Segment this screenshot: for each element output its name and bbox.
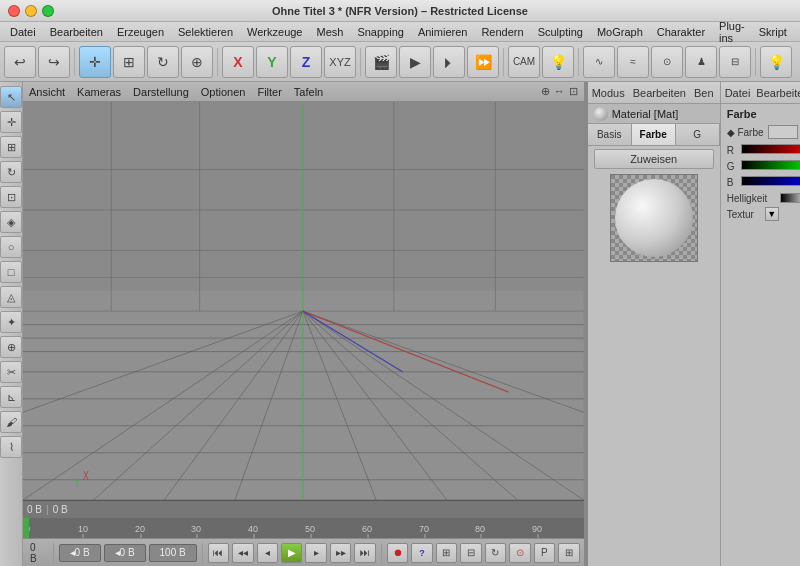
- toolbar-btn-xyz[interactable]: XYZ: [324, 46, 356, 78]
- frame-start-input[interactable]: [59, 544, 101, 562]
- helligkeit-slider[interactable]: [780, 193, 800, 203]
- play-info[interactable]: ?: [411, 543, 432, 563]
- toolbar-btn-y[interactable]: Y: [256, 46, 288, 78]
- toolbar-btn-light[interactable]: 💡: [542, 46, 574, 78]
- menu-mograph[interactable]: MoGraph: [591, 25, 649, 39]
- mat-tab-g[interactable]: G: [676, 124, 720, 145]
- left-btn-7[interactable]: ○: [0, 236, 22, 258]
- vp-menu-kameras[interactable]: Kameras: [77, 86, 121, 98]
- left-btn-scale[interactable]: ⊞: [0, 136, 22, 158]
- left-btn-rotate[interactable]: ↻: [0, 161, 22, 183]
- left-btn-9[interactable]: ◬: [0, 286, 22, 308]
- vp-icon-1[interactable]: ⊕: [541, 85, 550, 98]
- play-snap6[interactable]: ⊞: [558, 543, 579, 563]
- menu-skript[interactable]: Skript: [753, 25, 793, 39]
- vp-menu-optionen[interactable]: Optionen: [201, 86, 246, 98]
- rp-tab-ben[interactable]: Ben: [694, 87, 714, 99]
- mat-tab-basis[interactable]: Basis: [588, 124, 632, 145]
- menu-selektieren[interactable]: Selektieren: [172, 25, 239, 39]
- vp-menu-filter[interactable]: Filter: [257, 86, 281, 98]
- textur-btn[interactable]: ▼: [765, 207, 779, 221]
- vp-menu-darstellung[interactable]: Darstellung: [133, 86, 189, 98]
- play-snap3[interactable]: ↻: [485, 543, 506, 563]
- play-goto-start[interactable]: ⏮: [208, 543, 229, 563]
- toolbar-btn-bulb[interactable]: 💡: [760, 46, 792, 78]
- toolbar-btn-render[interactable]: ▶: [399, 46, 431, 78]
- vp-menu-ansicht[interactable]: Ansicht: [29, 86, 65, 98]
- menu-sculpting[interactable]: Sculpting: [532, 25, 589, 39]
- toolbar-btn-floor[interactable]: ⊟: [719, 46, 751, 78]
- toolbar-btn-redo[interactable]: ↪: [38, 46, 70, 78]
- left-btn-move[interactable]: ✛: [0, 111, 22, 133]
- play-snap2[interactable]: ⊟: [460, 543, 481, 563]
- attr-datei[interactable]: Datei: [725, 87, 751, 99]
- g-slider[interactable]: [741, 160, 800, 172]
- vp-menu-tafeln[interactable]: Tafeln: [294, 86, 323, 98]
- toolbar-btn-render2[interactable]: ⏵: [433, 46, 465, 78]
- left-btn-5[interactable]: ⊡: [0, 186, 22, 208]
- frame-min-input[interactable]: [104, 544, 146, 562]
- toolbar-btn-render-region[interactable]: 🎬: [365, 46, 397, 78]
- play-snap5[interactable]: P: [534, 543, 555, 563]
- play-record[interactable]: ⏺: [387, 543, 408, 563]
- left-btn-11[interactable]: ⊕: [0, 336, 22, 358]
- play-next-frame[interactable]: ▸: [305, 543, 326, 563]
- menu-erzeugen[interactable]: Erzeugen: [111, 25, 170, 39]
- close-button[interactable]: [8, 5, 20, 17]
- rp-tab-bearbeiten[interactable]: Bearbeiten: [633, 87, 686, 99]
- minimize-button[interactable]: [25, 5, 37, 17]
- left-toolbar: ↖ ✛ ⊞ ↻ ⊡ ◈ ○ □ ◬ ✦ ⊕ ✂ ⊾ 🖌 ⌇: [0, 82, 23, 566]
- toolbar-btn-undo[interactable]: ↩: [4, 46, 36, 78]
- toolbar-btn-spline[interactable]: ∿: [583, 46, 615, 78]
- toolbar-btn-deform[interactable]: ≈: [617, 46, 649, 78]
- vp-icon-2[interactable]: ↔: [554, 85, 565, 98]
- frame-max-input[interactable]: [149, 544, 197, 562]
- menu-rendern[interactable]: Rendern: [475, 25, 529, 39]
- toolbar-btn-transform[interactable]: ⊕: [181, 46, 213, 78]
- toolbar-btn-scale[interactable]: ⊞: [113, 46, 145, 78]
- toolbar-btn-z[interactable]: Z: [290, 46, 322, 78]
- play-goto-end[interactable]: ⏭: [354, 543, 375, 563]
- toolbar-btn-scene[interactable]: ⊙: [651, 46, 683, 78]
- toolbar-btn-char[interactable]: ♟: [685, 46, 717, 78]
- left-btn-select[interactable]: ↖: [0, 86, 22, 108]
- r-slider[interactable]: [741, 144, 800, 156]
- mat-tab-farbe[interactable]: Farbe: [632, 124, 676, 145]
- menu-charakter[interactable]: Charakter: [651, 25, 711, 39]
- maximize-button[interactable]: [42, 5, 54, 17]
- menu-datei[interactable]: Datei: [4, 25, 42, 39]
- viewport[interactable]: Zentralperspektive: [23, 102, 584, 500]
- timeline-ruler: 0 10 20 30 40 50 60 70 80 90 1: [23, 518, 584, 538]
- toolbar-btn-render3[interactable]: ⏩: [467, 46, 499, 78]
- play-button[interactable]: ▶: [281, 543, 302, 563]
- menu-plugins[interactable]: Plug-ins: [713, 19, 751, 45]
- menu-snapping[interactable]: Snapping: [351, 25, 410, 39]
- play-prev-key[interactable]: ◂◂: [232, 543, 253, 563]
- b-slider[interactable]: [741, 176, 800, 188]
- rp-tab-modus[interactable]: Modus: [592, 87, 625, 99]
- play-snap4[interactable]: ⊙: [509, 543, 530, 563]
- play-next-key[interactable]: ▸▸: [330, 543, 351, 563]
- left-btn-paint[interactable]: 🖌: [0, 411, 22, 433]
- menu-mesh[interactable]: Mesh: [310, 25, 349, 39]
- left-btn-magnet[interactable]: ⊾: [0, 386, 22, 408]
- left-btn-8[interactable]: □: [0, 261, 22, 283]
- menu-werkzeuge[interactable]: Werkzeuge: [241, 25, 308, 39]
- vp-icon-3[interactable]: ⊡: [569, 85, 578, 98]
- toolbar-btn-cam[interactable]: CAM: [508, 46, 540, 78]
- left-btn-sculpt[interactable]: ⌇: [0, 436, 22, 458]
- toolbar-btn-move[interactable]: ✛: [79, 46, 111, 78]
- menu-fenster[interactable]: Fenster: [795, 25, 800, 39]
- left-btn-10[interactable]: ✦: [0, 311, 22, 333]
- left-btn-6[interactable]: ◈: [0, 211, 22, 233]
- play-prev-frame[interactable]: ◂: [257, 543, 278, 563]
- left-btn-knife[interactable]: ✂: [0, 361, 22, 383]
- zuweisen-button[interactable]: Zuweisen: [594, 149, 714, 169]
- attr-bearbeiten[interactable]: Bearbeiten: [756, 87, 800, 99]
- menu-bearbeiten[interactable]: Bearbeiten: [44, 25, 109, 39]
- farbe-color-swatch[interactable]: [768, 125, 798, 139]
- toolbar-btn-rotate[interactable]: ↻: [147, 46, 179, 78]
- play-snap1[interactable]: ⊞: [436, 543, 457, 563]
- menu-animieren[interactable]: Animieren: [412, 25, 474, 39]
- toolbar-btn-x[interactable]: X: [222, 46, 254, 78]
